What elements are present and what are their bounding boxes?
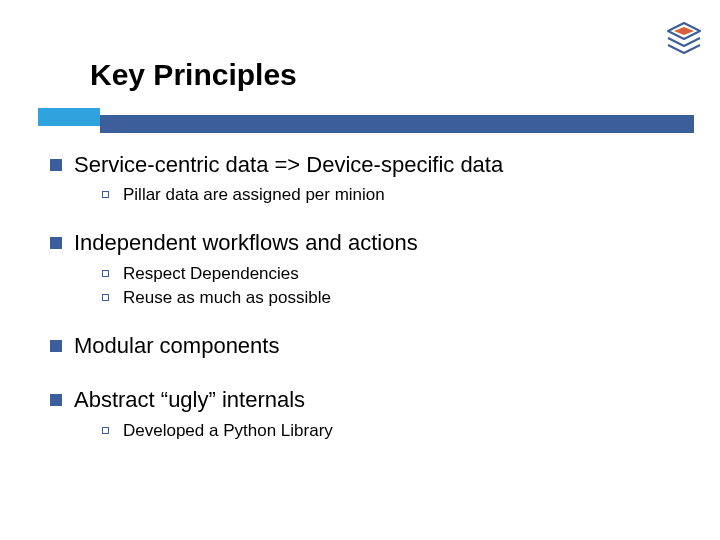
hollow-square-bullet-icon <box>102 294 109 301</box>
sub-bullet-group: Pillar data are assigned per minion <box>102 184 670 206</box>
bullet-level2: Developed a Python Library <box>102 420 670 442</box>
bullet-text: Service-centric data => Device-specific … <box>74 152 503 178</box>
sub-bullet-group: Developed a Python Library <box>102 420 670 442</box>
content-area: Service-centric data => Device-specific … <box>50 152 670 466</box>
sub-bullet-group: Respect Dependencies Reuse as much as po… <box>102 263 670 309</box>
bullet-text: Abstract “ugly” internals <box>74 387 305 413</box>
sub-bullet-text: Developed a Python Library <box>123 420 333 442</box>
accent-dark-bar <box>100 115 694 133</box>
bullet-level1: Service-centric data => Device-specific … <box>50 152 670 178</box>
hollow-square-bullet-icon <box>102 270 109 277</box>
bullet-level2: Pillar data are assigned per minion <box>102 184 670 206</box>
bullet-level2: Reuse as much as possible <box>102 287 670 309</box>
square-bullet-icon <box>50 237 62 249</box>
stack-logo-icon <box>664 20 704 60</box>
bullet-level1: Independent workflows and actions <box>50 230 670 256</box>
bullet-level2: Respect Dependencies <box>102 263 670 285</box>
bullet-text: Independent workflows and actions <box>74 230 418 256</box>
bullet-text: Modular components <box>74 333 279 359</box>
square-bullet-icon <box>50 340 62 352</box>
sub-bullet-text: Pillar data are assigned per minion <box>123 184 385 206</box>
hollow-square-bullet-icon <box>102 191 109 198</box>
sub-bullet-text: Reuse as much as possible <box>123 287 331 309</box>
bullet-level1: Abstract “ugly” internals <box>50 387 670 413</box>
slide-title: Key Principles <box>90 58 297 92</box>
square-bullet-icon <box>50 159 62 171</box>
accent-light-bar <box>38 108 100 126</box>
slide: Key Principles Service-centric data => D… <box>0 0 720 540</box>
title-underline <box>0 108 720 132</box>
square-bullet-icon <box>50 394 62 406</box>
bullet-level1: Modular components <box>50 333 670 359</box>
sub-bullet-text: Respect Dependencies <box>123 263 299 285</box>
hollow-square-bullet-icon <box>102 427 109 434</box>
